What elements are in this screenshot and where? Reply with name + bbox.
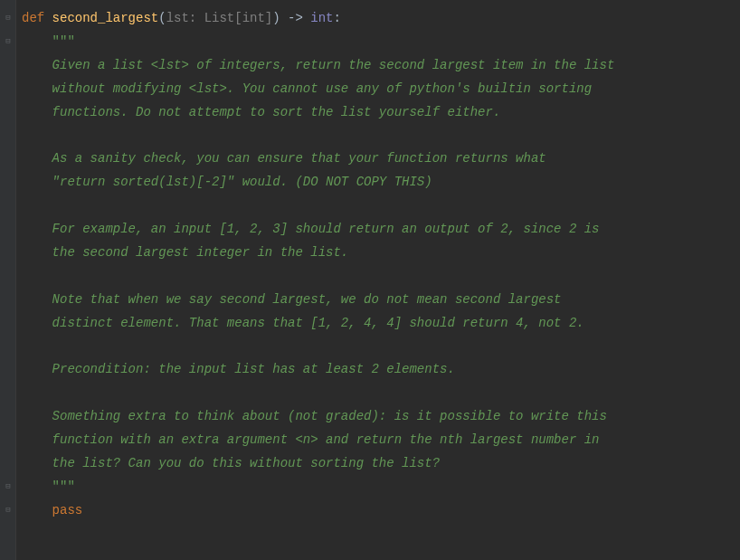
editor-gutter: ⊟⊟⊟⊟	[0, 0, 16, 560]
code-line[interactable]: def second_largest(lst: List[int]) -> in…	[22, 7, 740, 31]
fold-toggle-icon[interactable]: ⊟	[4, 37, 13, 46]
token-builtin: int	[310, 11, 333, 25]
code-line[interactable]: functions. Do not attempt to sort the li…	[22, 101, 740, 125]
code-area[interactable]: def second_largest(lst: List[int]) -> in…	[16, 0, 740, 560]
docstring-text: For example, an input [1, 2, 3] should r…	[22, 222, 600, 236]
code-line[interactable]: For example, an input [1, 2, 3] should r…	[22, 218, 740, 242]
token-kw: def	[22, 11, 52, 25]
docstring-text: As a sanity check, you can ensure that y…	[22, 151, 546, 166]
code-line[interactable]: distinct element. That means that [1, 2,…	[22, 312, 740, 336]
docstring-delim: """	[22, 479, 75, 494]
code-line[interactable]: As a sanity check, you can ensure that y…	[22, 147, 740, 171]
code-line[interactable]: "return sorted(lst)[-2]" would. (DO NOT …	[22, 171, 740, 195]
docstring-text: distinct element. That means that [1, 2,…	[22, 316, 584, 330]
keyword: pass	[22, 503, 82, 517]
token-punct: :	[334, 11, 341, 25]
docstring-text: the list? Can you do this without sortin…	[22, 456, 440, 470]
code-line[interactable]	[22, 124, 740, 147]
fold-toggle-icon[interactable]: ⊟	[4, 14, 13, 23]
docstring-text: Note that when we say second largest, we…	[22, 292, 562, 307]
code-editor[interactable]: ⊟⊟⊟⊟ def second_largest(lst: List[int]) …	[0, 0, 740, 560]
code-line[interactable]	[22, 335, 740, 358]
code-line[interactable]	[22, 382, 740, 405]
code-line[interactable]	[22, 195, 740, 218]
code-line[interactable]	[22, 265, 740, 289]
token-op: ->	[280, 11, 311, 25]
code-line[interactable]: the second largest integer in the list.	[22, 242, 740, 265]
docstring-text: without modifying <lst>. You cannot use …	[22, 81, 592, 96]
docstring-text: Precondition: the input list has at leas…	[22, 362, 455, 376]
code-line[interactable]: Something extra to think about (not grad…	[22, 405, 740, 429]
code-line[interactable]: Note that when we say second largest, we…	[22, 289, 740, 312]
docstring-text: Given a list <lst> of integers, return t…	[22, 58, 614, 72]
code-line[interactable]: """	[22, 31, 740, 54]
code-line[interactable]: Given a list <lst> of integers, return t…	[22, 54, 740, 78]
code-line[interactable]: Precondition: the input list has at leas…	[22, 358, 740, 382]
token-fn: second_largest	[52, 11, 159, 25]
docstring-text: function with an extra argument <n> and …	[22, 432, 600, 447]
code-line[interactable]: without modifying <lst>. You cannot use …	[22, 78, 740, 101]
code-line[interactable]: function with an extra argument <n> and …	[22, 429, 740, 452]
code-line[interactable]: the list? Can you do this without sortin…	[22, 452, 740, 476]
code-line[interactable]: pass	[22, 499, 740, 523]
docstring-delim: """	[22, 34, 75, 49]
docstring-text: "return sorted(lst)[-2]" would. (DO NOT …	[22, 175, 432, 189]
docstring-text: Something extra to think about (not grad…	[22, 409, 607, 423]
fold-toggle-icon[interactable]: ⊟	[4, 506, 13, 515]
fold-toggle-icon[interactable]: ⊟	[4, 482, 13, 491]
token-punct: (	[158, 11, 166, 25]
code-line[interactable]: """	[22, 476, 740, 499]
docstring-text: functions. Do not attempt to sort the li…	[22, 105, 500, 119]
token-param: lst: List[int]	[166, 11, 273, 25]
token-punct: )	[272, 11, 280, 25]
docstring-text: the second largest integer in the list.	[22, 245, 348, 260]
